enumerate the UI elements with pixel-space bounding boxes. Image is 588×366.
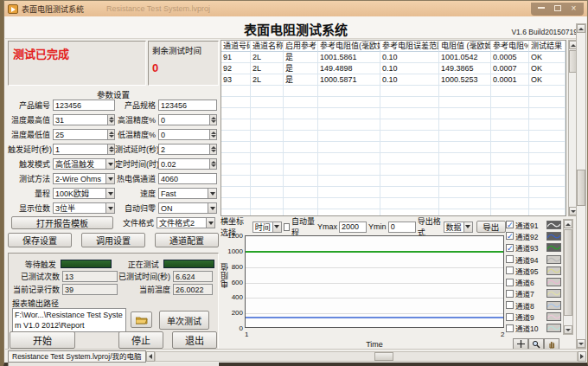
table-row[interactable]	[221, 131, 566, 142]
param-input[interactable]: 25	[53, 129, 115, 140]
xaxis-select-dropdown[interactable]: 时间	[252, 222, 282, 233]
table-row[interactable]	[221, 176, 566, 187]
horizontal-scrollbar[interactable]	[155, 351, 578, 362]
legend-channel-item[interactable]: ✓通道92	[506, 230, 561, 241]
param-input[interactable]: 31	[53, 114, 115, 125]
legend-channel-item[interactable]: ✓通道91	[506, 219, 561, 230]
table-row[interactable]	[221, 198, 566, 209]
param-input[interactable]: 文件格式2	[157, 217, 215, 228]
spinner-arrows[interactable]	[209, 144, 217, 155]
param-input[interactable]: 2-Wire Ohms	[53, 173, 115, 184]
spinner-arrows[interactable]	[107, 114, 115, 125]
chevron-down-icon[interactable]	[105, 158, 115, 170]
table-row[interactable]	[221, 119, 566, 131]
chevron-down-icon[interactable]	[105, 173, 115, 184]
legend-scrollbar[interactable]	[563, 219, 573, 335]
param-input[interactable]: 4060	[158, 173, 217, 184]
channel-checkbox[interactable]	[506, 290, 514, 298]
maximize-button[interactable]	[549, 3, 566, 14]
spinner-arrows[interactable]	[209, 114, 217, 125]
table-row[interactable]	[221, 187, 566, 198]
channel-checkbox[interactable]	[506, 301, 514, 309]
param-input[interactable]: Fast	[158, 188, 217, 199]
minimize-button[interactable]	[533, 3, 549, 14]
legend-channel-item[interactable]: 通道10	[506, 323, 561, 334]
legend-channel-item[interactable]: 通道6	[506, 276, 561, 287]
channel-checkbox[interactable]	[506, 324, 514, 332]
param-input[interactable]: 高低温触发	[53, 158, 115, 170]
table-row[interactable]	[221, 86, 566, 97]
table-cell	[529, 131, 566, 142]
channel-checkbox[interactable]: ✓	[506, 244, 514, 252]
chevron-down-icon[interactable]	[272, 222, 282, 233]
spinner-arrows[interactable]	[209, 158, 217, 170]
param-input[interactable]: 2	[158, 144, 217, 155]
table-cell	[251, 153, 284, 164]
open-report-template-button[interactable]: 打开报告模板	[11, 216, 113, 229]
param-input[interactable]: 123456	[53, 100, 115, 111]
export-button[interactable]: 导出	[476, 221, 506, 233]
param-input[interactable]: 0	[158, 129, 217, 140]
single-test-button[interactable]: 单次测试	[159, 311, 209, 330]
legend-channel-item[interactable]: 通道95	[506, 265, 561, 276]
exit-button[interactable]: 退出	[172, 331, 217, 349]
channel-config-button[interactable]: 通道配置	[155, 233, 219, 247]
channel-checkbox[interactable]: ✓	[506, 221, 514, 228]
param-input[interactable]: 100K欧姆	[53, 188, 115, 199]
chevron-down-icon[interactable]	[208, 188, 217, 199]
legend-channel-item[interactable]: 通道8	[506, 299, 561, 311]
channel-checkbox[interactable]	[506, 255, 514, 263]
autoscale-checkbox[interactable]	[284, 223, 290, 231]
table-row[interactable]	[221, 209, 566, 216]
project-context-item[interactable]: Resistance Test System.lvproj/我的电脑	[8, 350, 146, 363]
plot-area[interactable]	[245, 235, 504, 328]
close-button[interactable]: ×	[566, 3, 582, 14]
param-input[interactable]: 1	[53, 144, 115, 155]
chevron-down-icon[interactable]	[208, 202, 217, 214]
export-format-dropdown[interactable]: 数据	[444, 222, 473, 233]
chevron-down-icon[interactable]	[105, 188, 115, 199]
legend-channel-item[interactable]: 通道9	[506, 311, 561, 322]
param-input[interactable]: 0	[158, 114, 217, 125]
table-row[interactable]	[221, 142, 566, 153]
report-path-input[interactable]: F:\Wor...\Resistance Test System V1.0 20…	[12, 308, 126, 332]
param-row: 显示位数3位半自动归零ON	[8, 201, 219, 215]
channel-checkbox[interactable]	[506, 266, 514, 274]
ymin-input[interactable]: 0	[388, 222, 416, 233]
param-input[interactable]: 3位半	[53, 202, 115, 214]
ymax-input[interactable]: 2000	[339, 222, 367, 233]
channel-label: 通道95	[515, 266, 538, 276]
param-input[interactable]: 0.02	[158, 158, 217, 170]
legend-channel-item[interactable]: 通道94	[506, 254, 561, 265]
scroll-left-button[interactable]	[146, 351, 155, 362]
table-row[interactable]	[221, 153, 566, 164]
channel-checkbox[interactable]: ✓	[506, 232, 514, 240]
table-row[interactable]	[221, 164, 566, 176]
scroll-right-button[interactable]	[578, 351, 586, 362]
spinner-arrows[interactable]	[107, 129, 115, 140]
pane-scrollbar[interactable]	[576, 23, 586, 349]
chevron-down-icon[interactable]	[105, 202, 115, 214]
table-row[interactable]: 912L是1001.58610.101001.05420.0005OK	[221, 52, 566, 63]
channel-checkbox[interactable]	[506, 313, 514, 321]
load-settings-button[interactable]: 调用设置	[81, 233, 145, 247]
channel-checkbox[interactable]	[506, 279, 514, 286]
table-row[interactable]: 922L是149.48980.10149.38650.0007OK	[221, 63, 566, 74]
table-row[interactable]: 932L是1000.58710.101000.52530.0001OK	[221, 74, 566, 86]
save-settings-button[interactable]: 保存设置	[8, 233, 72, 247]
chevron-down-icon[interactable]	[463, 222, 473, 233]
legend-channel-item[interactable]: 通道7	[506, 288, 561, 299]
stop-button[interactable]: 停止	[118, 331, 163, 349]
table-row[interactable]	[221, 97, 566, 108]
param-input[interactable]: 123456	[158, 100, 217, 111]
table-row[interactable]	[221, 108, 566, 119]
spinner-arrows[interactable]	[209, 129, 217, 140]
param-input[interactable]: ON	[158, 202, 217, 214]
param-row: 触发模式高低温触发定时时间(时)0.02	[8, 157, 219, 171]
legend-channel-item[interactable]: ✓通道93	[506, 242, 561, 254]
spinner-arrows[interactable]	[107, 144, 115, 155]
table-cell: OK	[529, 63, 566, 74]
browse-folder-button[interactable]	[131, 311, 152, 328]
chevron-down-icon[interactable]	[206, 217, 215, 228]
start-button[interactable]: 开始	[10, 331, 75, 349]
